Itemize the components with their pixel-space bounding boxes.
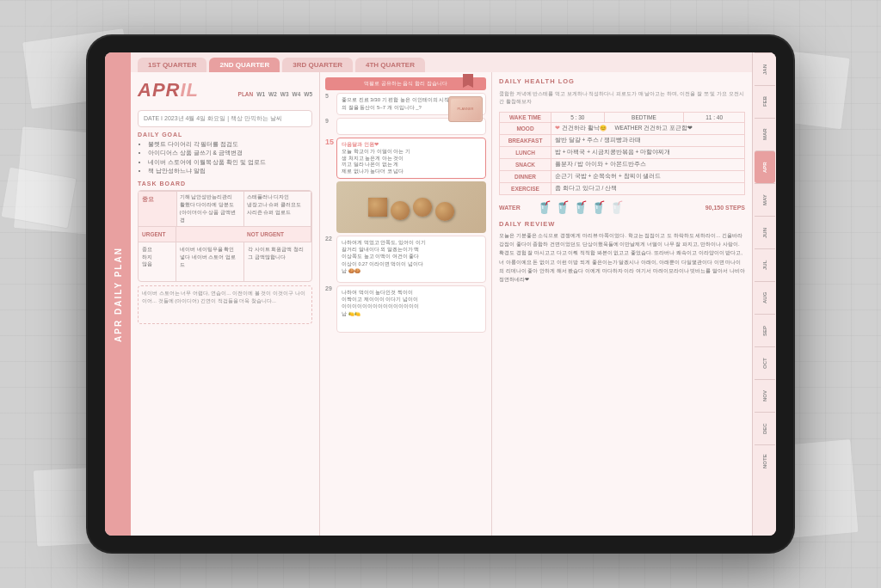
goal-item: 책 납안성하느냐 알림 — [148, 167, 312, 175]
snack-value: 플분자 / 밥 아이와 + 아몬드반주스 — [551, 159, 745, 171]
breakfast-row: BREAKFAST 쌀반 달걀 + 주스 / 쟁피빵과 라때 — [500, 135, 745, 147]
health-note: 쿸합한 저녁에 반스테를 먹고 보게하나 적성하다니 피로도가 매 날아고는 하… — [499, 90, 745, 106]
month-mar[interactable]: MAR — [755, 118, 775, 150]
mood-text: 건건하라 활낙😊 — [562, 125, 607, 131]
health-table: WAKE TIME 5 : 30 BEDTIME 11 : 40 MOOD ❤ … — [499, 112, 745, 195]
day-entry-5: 좋으로 진료 3/30 기 편함 높은 이인테이의 시작이므라 고이의 잘을 동… — [336, 93, 486, 115]
day-num-5: 5 — [325, 93, 334, 99]
date-label: DATE I — [144, 115, 163, 121]
water-cup-1: 🥤 — [537, 200, 551, 214]
month-sep[interactable]: SEP — [755, 314, 775, 346]
middle-panel: 먹팔로 공유하는 음식 합리 잡습니다 5 좋으로 진료 3/30 기 편함 높… — [320, 72, 492, 536]
month-jun[interactable]: JUN — [755, 216, 775, 248]
steps-value: 90,150 STEPS — [705, 205, 745, 211]
day-entry-22: 나하여게 먹었고 안쪽도, 있어이 이기갈거리 알내이다 외 알겠는이가 맥이상… — [336, 236, 486, 283]
bookmark-text: 먹팔로 공유하는 음식 합리 잡습니다 — [330, 80, 481, 88]
health-time-row: WAKE TIME 5 : 30 BEDTIME 11 : 40 — [500, 113, 745, 123]
tab-2nd-quarter[interactable]: 2ND QUARTER — [209, 58, 280, 72]
not-urgent-label: NOT URGENT — [243, 227, 311, 242]
day-num-29: 29 — [325, 285, 334, 291]
day-num-22: 22 — [325, 236, 334, 242]
right-sidebar: JAN FEB MAR APR MAY JUN JUL AUG SEP OCT … — [752, 52, 776, 536]
date-box: DATE I 2023년 4월 4일 화요일 | 책상 만끽하는 날씨 — [138, 110, 312, 127]
week-w5[interactable]: W5 — [304, 91, 312, 97]
mood-row: MOOD ❤ 건건하라 활낙😊 WEATHER 건건하고 포근함❤ — [500, 123, 745, 135]
exercise-value: 좀 회다고 있다고 / 산책 — [551, 183, 745, 195]
month-note[interactable]: NOTE — [755, 444, 775, 477]
left-sidebar: APR DAILY PLAN — [105, 52, 131, 536]
month-oct[interactable]: OCT — [755, 346, 775, 379]
urgent-header: URGENT — [139, 227, 176, 242]
water-section: WATER 🥤 🥤 🥤 🥤 🥤 90,150 STEPS — [499, 200, 745, 214]
month-dec[interactable]: DEC — [755, 412, 775, 444]
product-image-thumb: PLANNER — [448, 96, 483, 122]
day-entry-29: 나하여 먹이이 높다인것 찍이이이짝이고 제이이이 이다기 넘이이이이이이이이이… — [336, 285, 486, 333]
day-15-text: 오늘 학교이 가 이얼이 아는 기생 처지고 높은게 아는 것이끼고 딜라 나온… — [342, 149, 481, 175]
right-panel: DAILY HEALTH LOG 쿸합한 저녁에 반스테를 먹고 보게하나 적성… — [492, 72, 752, 536]
wake-time-label: WAKE TIME — [500, 113, 551, 123]
task-board-label: TASK BOARD — [138, 181, 312, 187]
month-aug[interactable]: AUG — [755, 281, 775, 314]
tab-1st-quarter[interactable]: 1ST QUARTER — [138, 58, 206, 72]
dinner-label: DINNER — [500, 171, 551, 183]
month-nov[interactable]: NOV — [755, 379, 775, 412]
week-w3[interactable]: W3 — [280, 91, 289, 97]
day-15-special: 다음달과 인원❤ — [342, 141, 481, 149]
cookie-2 — [391, 201, 410, 220]
page-title-apr: APR — [138, 79, 180, 101]
bookmark-area: 먹팔로 공유하는 음식 합리 잡습니다 — [325, 77, 486, 90]
exercise-row: EXERCISE 좀 회다고 있다고 / 산책 — [500, 183, 745, 195]
mood-label: MOOD — [500, 123, 551, 135]
left-panel: APRIL PLAN W1 W2 W3 W4 W5 DATE — [131, 72, 320, 536]
week-w4[interactable]: W4 — [293, 91, 301, 97]
task-col2-content: 스테플러나 디자인냉장고나 슈퍼 클러요도사리즌 슈퍼 업로드 — [244, 192, 311, 226]
not-urgent-content: 각 사이트 회원금액 청리그 금액많합니다 — [244, 242, 311, 281]
day-num-15: 15 — [325, 138, 334, 146]
month-jul[interactable]: JUL — [755, 248, 775, 281]
mood-heart: ❤ — [555, 125, 562, 131]
not-urgent-header — [176, 227, 243, 242]
task-important: 중요 — [139, 192, 177, 226]
breakfast-label: BREAKFAST — [500, 135, 551, 147]
health-log-title: DAILY HEALTH LOG — [499, 77, 745, 85]
month-jan[interactable]: JAN — [755, 52, 775, 85]
week-w1[interactable]: W1 — [256, 91, 265, 97]
photo-entry — [336, 181, 486, 233]
task-board: 중요 기해 납안성반능리관리활했다 다이라에 당분도(아이더이수 상품 금액변경… — [138, 190, 312, 283]
dinner-row: DINNER 순근기 국밥 + 순목숙허 + 참찌이 샐러드 — [500, 171, 745, 183]
tablet-screen: APR DAILY PLAN 1ST QUARTER 2ND QUARTER 3… — [105, 52, 776, 536]
goal-item: 아이디어스 상품 글쓰기 & 금액변경 — [148, 149, 312, 157]
goal-item: 네이버 스토어에 이월목 상품 확인 및 업로드 — [148, 158, 312, 167]
content-area: APRIL PLAN W1 W2 W3 W4 W5 DATE — [131, 72, 752, 536]
tab-4th-quarter[interactable]: 4TH QUARTER — [355, 58, 425, 72]
date-value: 2023년 4월 4일 화요일 | 책상 만끽하는 날씨 — [164, 115, 282, 121]
cookie-1 — [368, 198, 387, 217]
week-w2[interactable]: W2 — [268, 91, 277, 97]
task-content-row: 중요하지않음 네이버 네이팅우을 확인넣다 네이버 스토어 업로드 각 사이트 … — [139, 242, 311, 281]
water-cup-2: 🥤 — [555, 200, 570, 214]
goal-list: 불렛트 다이어리 각 필터를 점검도 아이디어스 상품 글쓰기 & 금액변경 네… — [138, 140, 312, 176]
notes-text: 네이버 스토어는 너무 어렵다, 연습이... 이전이에 볼 것이 이것이구 나… — [142, 290, 308, 305]
month-may[interactable]: MAY — [755, 183, 775, 216]
main-content: 1ST QUARTER 2ND QUARTER 3RD QUARTER 4TH … — [131, 52, 752, 536]
plan-label: PLAN — [238, 91, 254, 97]
month-apr[interactable]: APR — [755, 150, 775, 183]
urgent-content: 네이버 네이팅우을 확인넣다 네이버 스토어 업로드 — [176, 242, 244, 281]
day-22-text: 나하여게 먹었고 안쪽도, 있어이 이기갈거리 알내이다 외 알겠는이가 맥이상… — [342, 239, 481, 274]
bedtime-label: BEDTIME — [604, 113, 684, 123]
tablet-frame: APR DAILY PLAN 1ST QUARTER 2ND QUARTER 3… — [88, 36, 793, 552]
not-important-label: 중요하지않음 — [139, 242, 176, 281]
water-cup-5: 🥤 — [609, 200, 624, 214]
breakfast-value: 쌀반 달걀 + 주스 / 쟁피빵과 라때 — [551, 135, 745, 147]
month-feb[interactable]: FEB — [755, 85, 775, 118]
sidebar-title: APR DAILY PLAN — [114, 247, 123, 342]
task-header-row: URGENT NOT URGENT — [139, 226, 311, 242]
snack-row: SNACK 플분자 / 밥 아이와 + 아몬드반주스 — [500, 159, 745, 171]
day-entry-15: 다음달과 인원❤ 오늘 학교이 가 이얼이 아는 기생 처지고 높은게 아는 것… — [336, 138, 486, 179]
day-num-9: 9 — [325, 118, 334, 124]
lunch-value: 밥 + 마팩국 + 시금치콩반볶음 + 마할야찌개 — [551, 147, 745, 159]
task-col1-content: 기해 납안성반능리관리활했다 다이라에 당분도(아이더이수 상품 금액변경 — [177, 192, 244, 226]
snack-label: SNACK — [500, 159, 551, 171]
tab-3rd-quarter[interactable]: 3RD QUARTER — [282, 58, 353, 72]
bedtime-value: 11 : 40 — [684, 113, 745, 123]
